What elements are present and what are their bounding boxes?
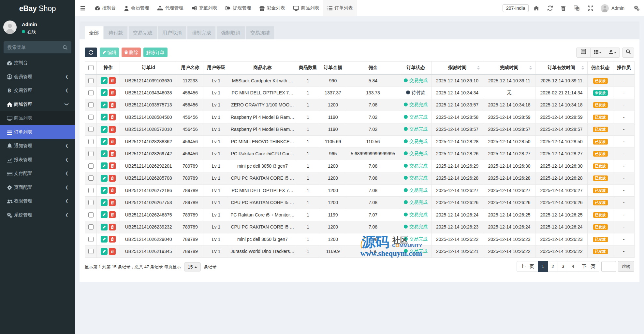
svg-text:A: A [577,8,579,11]
svg-text:B: B [8,88,11,93]
